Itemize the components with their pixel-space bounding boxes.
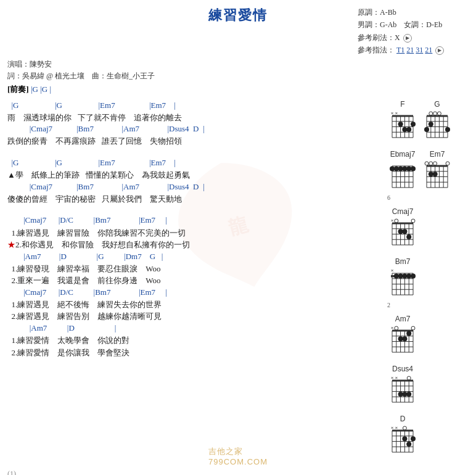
- title-area: 練習愛情: [118, 6, 358, 57]
- chord-line: |Cmaj7 |Bm7 |Am7 |Dsus4 D |: [7, 123, 382, 134]
- fret-number-bm7: 2: [387, 302, 418, 308]
- chord-line: |Am7 |D |: [7, 323, 382, 334]
- chord-label-bm7: Bm7: [387, 257, 418, 266]
- chord-label-f: F: [387, 100, 418, 109]
- chord-label-em7: Em7: [422, 150, 453, 159]
- chord-line: |Am7 |D |G |Dm7 G |: [7, 251, 382, 262]
- header: 練習愛情 原調：A-Bb 男調：G-Ab 女調：D-Eb 參考刷法：X ▶ 參考…: [7, 6, 469, 57]
- prelude-line: [前奏] |G |G |: [7, 84, 469, 95]
- chord-diagram-g: G: [422, 100, 453, 144]
- chord-diagram-dsus4: Dsus4: [387, 365, 418, 408]
- chord-label-am7: Am7: [387, 315, 418, 323]
- chord-group-am7: Am7: [387, 315, 469, 358]
- chord-line: |G |G |Em7 |Em7 |: [7, 100, 382, 111]
- singer-info: 演唱：陳勢安: [7, 59, 469, 70]
- chord-line: |Cmaj7 |D/C |Bm7 |Em7 |: [7, 215, 382, 226]
- fingerpicking-link-31[interactable]: 31: [416, 46, 423, 54]
- lyrics-section: |G |G |Em7 |Em7 | 雨 濕透球場的你 下了就不肯停 追著你的離去…: [7, 100, 382, 465]
- verse-1: |G |G |Em7 |Em7 | 雨 濕透球場的你 下了就不肯停 追著你的離去…: [7, 100, 382, 147]
- gender-keys: 男調：G-Ab 女調：D-Eb: [358, 19, 469, 31]
- chord-diagram-am7: Am7: [387, 315, 418, 358]
- chord-group-bm7: Bm7 2: [387, 257, 469, 308]
- lyric-line: 2.練習愛情 是你讓我 學會堅決: [7, 347, 382, 359]
- chord-group-d: D: [387, 415, 469, 458]
- chord-diagrams-column: F G Ebmaj7 6 Em7: [382, 100, 469, 465]
- chord-diagram-f: F: [387, 100, 418, 144]
- lyric-line: ▲學 紙條上的筆跡 懵懂的某顆心 為我鼓起勇氣: [7, 169, 382, 181]
- chord-line: |Cmaj7 |Bm7 |Am7 |Dsus4 D |: [7, 181, 382, 192]
- chord-label-cmaj7: Cmaj7: [387, 207, 418, 216]
- fret-number-ebmaj7: 6: [387, 194, 418, 201]
- chord-group-dsus4: Dsus4: [387, 365, 469, 408]
- fingerpicking-info: 參考指法： T1 21 31 21 ▶: [358, 44, 469, 56]
- chord-diagram-em7: Em7: [422, 150, 453, 201]
- chord-diagram-bm7: Bm7 2: [387, 257, 418, 308]
- lyric-line: 雨 濕透球場的你 下了就不肯停 追著你的離去: [7, 112, 382, 124]
- lyric-line: 1.練習遇見 絕不後悔 練習失去你的世界: [7, 299, 382, 311]
- fingerpicking-link-t1[interactable]: T1: [396, 46, 404, 54]
- chord-label-d: D: [387, 415, 418, 423]
- lyric-line: 1.練習愛情 太晚學會 你說的對: [7, 334, 382, 347]
- footer: (1): [7, 469, 469, 475]
- lyric-line: 2.重來一遍 我還是會 前往你身邊 Woo: [7, 275, 382, 287]
- chord-line: |G |G |Em7 |Em7 |: [7, 157, 382, 168]
- chorus: |Cmaj7 |D/C |Bm7 |Em7 | 1.練習遇見 練習冒險 你陪我練…: [7, 215, 382, 358]
- chord-group-ebmaj7-em7: Ebmaj7 6 Em7: [387, 150, 469, 201]
- strum-info: 參考刷法：X ▶: [358, 31, 469, 44]
- verse-2: |G |G |Em7 |Em7 | ▲學 紙條上的筆跡 懵懂的某顆心 為我鼓起勇…: [7, 157, 382, 205]
- meta-area: 原調：A-Bb 男調：G-Ab 女調：D-Eb 參考刷法：X ▶ 參考指法： T…: [358, 6, 469, 57]
- page-number: (1): [7, 469, 16, 475]
- chord-diagram-d: D: [387, 415, 418, 458]
- lyric-line: 1.練習遇見 練習冒險 你陪我練習不完美的一切: [7, 227, 382, 239]
- chord-diagram-ebmaj7: Ebmaj7 6: [387, 150, 418, 201]
- chord-diagram-cmaj7: Cmaj7: [387, 207, 418, 251]
- song-title: 練習愛情: [118, 6, 358, 25]
- chord-label-ebmaj7: Ebmaj7: [387, 150, 418, 159]
- prelude-chords: |G |G |: [31, 85, 51, 94]
- fingerpicking-link-21b[interactable]: 21: [425, 46, 432, 54]
- prelude-label: [前奏]: [7, 85, 29, 94]
- chord-group-cmaj7: Cmaj7: [387, 207, 469, 251]
- lyric-line: ★2.和你遇見 和你冒險 我好想自私擁有你的一切: [7, 239, 382, 251]
- main-content: |G |G |Em7 |Em7 | 雨 濕透球場的你 下了就不肯停 追著你的離去…: [7, 100, 469, 465]
- chord-line: |Cmaj7 |D/C |Bm7 |Em7 |: [7, 287, 382, 298]
- lyric-line: 傻傻的曾經 宇宙的秘密 只屬於我們 驚天動地: [7, 193, 382, 205]
- lyric-line: 2.練習遇見 練習告別 越練你越清晰可見: [7, 310, 382, 323]
- chord-group-fg: F G: [387, 100, 469, 144]
- chord-label-dsus4: Dsus4: [387, 365, 418, 373]
- chord-label-g: G: [422, 100, 453, 109]
- lyricist-composer-info: 詞：吳易緯 @ 植光土壤 曲：生命樹_小王子: [7, 71, 469, 81]
- lyric-line: 1.練習發現 練習幸福 要忍住眼淚 Woo: [7, 263, 382, 275]
- fingerpicking-play-button[interactable]: ▶: [435, 46, 444, 55]
- strum-play-button[interactable]: ▶: [403, 34, 412, 43]
- original-key: 原調：A-Bb: [358, 6, 469, 19]
- lyric-line: 跌倒的瘀青 不再露痕跡 誰丟了回憶 失物招領: [7, 135, 382, 147]
- fingerpicking-link-21[interactable]: 21: [406, 46, 414, 54]
